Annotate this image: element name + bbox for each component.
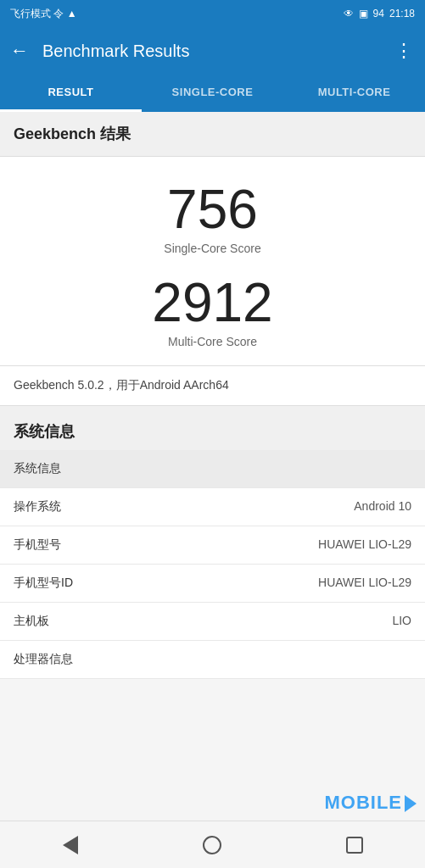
geekbench-version-info: Geekbench 5.0.2，用于Android AArch64 bbox=[0, 366, 425, 406]
multi-core-score-number: 2912 bbox=[152, 275, 272, 330]
watermark-arrow-icon bbox=[405, 795, 417, 812]
tab-result[interactable]: RESULT bbox=[0, 75, 142, 112]
recents-nav-icon bbox=[346, 837, 363, 854]
multi-core-score-label: Multi-Core Score bbox=[152, 335, 272, 348]
sys-info-section-title: 系统信息 bbox=[0, 406, 425, 450]
battery-icon: ▣ bbox=[359, 8, 368, 19]
sys-info-row-motherboard: 主机板 LIO bbox=[0, 603, 425, 641]
sys-info-row-label-2: 手机型号 bbox=[14, 537, 318, 553]
sys-info-row-value-4: LIO bbox=[392, 614, 411, 629]
back-button[interactable]: ← bbox=[10, 40, 29, 62]
status-left-icons: 飞行模式 令 ▲ bbox=[10, 7, 77, 21]
sys-info-header-row: 系统信息 bbox=[0, 450, 425, 488]
single-core-score-block: 756 Single-Core Score bbox=[164, 182, 260, 255]
sys-info-row-value-3: HUAWEI LIO-L29 bbox=[318, 576, 411, 591]
nav-back-button[interactable] bbox=[63, 836, 78, 854]
home-nav-icon bbox=[203, 836, 221, 854]
sys-info-row-cpu: 处理器信息 bbox=[0, 641, 425, 679]
sys-info-row-label-5: 处理器信息 bbox=[14, 652, 411, 667]
sys-info-row-model: 手机型号 HUAWEI LIO-L29 bbox=[0, 526, 425, 565]
battery-level: 94 bbox=[373, 8, 384, 19]
sys-info-row-os: 操作系统 Android 10 bbox=[0, 488, 425, 526]
sys-info-row-label-1: 操作系统 bbox=[14, 499, 354, 515]
tab-multi-core-label: MULTI-CORE bbox=[318, 86, 391, 98]
tab-single-core[interactable]: SINGLE-CORE bbox=[142, 75, 283, 112]
geekbench-info-text: Geekbench 5.0.2，用于Android AArch64 bbox=[14, 378, 229, 392]
sys-info-table: 系统信息 操作系统 Android 10 手机型号 HUAWEI LIO-L29… bbox=[0, 450, 425, 679]
sys-info-row-value-2: HUAWEI LIO-L29 bbox=[318, 537, 411, 553]
status-icons-text: 飞行模式 令 ▲ bbox=[10, 7, 77, 21]
watermark-text: MOBILE bbox=[324, 792, 402, 813]
single-core-score-label: Single-Core Score bbox=[164, 242, 260, 255]
eye-icon: 👁 bbox=[344, 8, 354, 19]
sys-info-row-label-0: 系统信息 bbox=[14, 461, 411, 476]
sys-info-row-model-id: 手机型号ID HUAWEI LIO-L29 bbox=[0, 565, 425, 603]
nav-home-button[interactable] bbox=[203, 836, 221, 854]
sys-info-title-text: 系统信息 bbox=[14, 423, 75, 440]
geekbench-section-header: Geekbench 结果 bbox=[0, 112, 425, 157]
back-nav-icon bbox=[63, 836, 78, 854]
app-header: ← Benchmark Results ⋮ bbox=[0, 27, 425, 75]
watermark: MOBILE bbox=[324, 792, 417, 814]
page-title: Benchmark Results bbox=[42, 42, 394, 61]
tab-single-core-label: SINGLE-CORE bbox=[172, 86, 254, 98]
tab-bar: RESULT SINGLE-CORE MULTI-CORE bbox=[0, 75, 425, 112]
multi-core-score-block: 2912 Multi-Core Score bbox=[152, 275, 272, 348]
time-display: 21:18 bbox=[389, 8, 415, 19]
tab-result-label: RESULT bbox=[48, 86, 93, 98]
sys-info-row-label-4: 主机板 bbox=[14, 614, 392, 629]
nav-recents-button[interactable] bbox=[346, 837, 363, 854]
tab-multi-core[interactable]: MULTI-CORE bbox=[283, 75, 425, 112]
status-bar: 飞行模式 令 ▲ 👁 ▣ 94 21:18 bbox=[0, 0, 425, 27]
status-right-icons: 👁 ▣ 94 21:18 bbox=[344, 8, 415, 19]
menu-button[interactable]: ⋮ bbox=[394, 40, 415, 62]
scores-section: 756 Single-Core Score 2912 Multi-Core Sc… bbox=[0, 157, 425, 366]
navigation-bar bbox=[0, 821, 425, 868]
single-core-score-number: 756 bbox=[164, 182, 260, 236]
sys-info-row-label-3: 手机型号ID bbox=[14, 576, 318, 591]
geekbench-section-title: Geekbench 结果 bbox=[14, 125, 131, 142]
sys-info-row-value-1: Android 10 bbox=[354, 499, 411, 515]
